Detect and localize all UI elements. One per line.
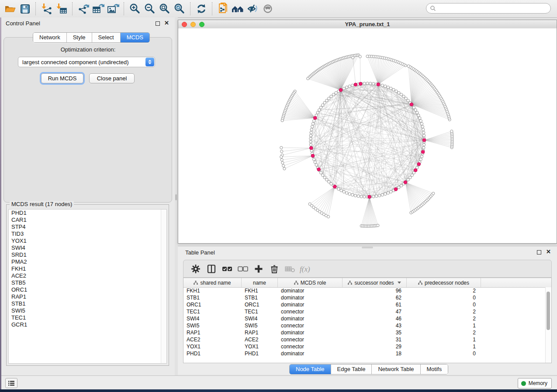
mcds-result-item[interactable]: STB1	[9, 300, 166, 307]
mcds-result-item[interactable]: PMA2	[9, 258, 166, 265]
mcds-result-item[interactable]: TEC1	[9, 314, 166, 321]
mcds-result-item[interactable]: GCR1	[9, 321, 166, 328]
zoom-fit-icon[interactable]	[157, 2, 172, 15]
cell-role: dominator	[278, 288, 343, 295]
cell-role: dominator	[278, 351, 343, 358]
show-graphics-details-icon[interactable]	[260, 2, 275, 15]
search-input[interactable]	[438, 5, 550, 12]
tab-edge-table[interactable]: Edge Table	[331, 364, 372, 374]
delete-table-icon[interactable]	[282, 262, 298, 275]
mcds-result-item[interactable]: SWI5	[9, 307, 166, 314]
hide-graphics-details-icon[interactable]	[246, 2, 260, 15]
horizontal-splitter-grip[interactable]	[362, 247, 373, 248]
table-scrollbar[interactable]	[545, 287, 551, 363]
table-row[interactable]: RAP1RAP1dominator352	[183, 330, 551, 337]
close-panel-icon[interactable]: ✕	[164, 20, 169, 27]
column-header-shared[interactable]: shared name	[183, 278, 242, 287]
float-table-panel-icon[interactable]	[537, 250, 541, 254]
table-row[interactable]: PHD1PHD1dominator180	[183, 351, 551, 358]
tab-motifs[interactable]: Motifs	[421, 364, 448, 374]
cell-succ: 47	[343, 309, 407, 316]
close-panel-button[interactable]: Close panel	[89, 73, 135, 83]
mcds-result-item[interactable]: STP4	[9, 224, 166, 230]
column-header-pred[interactable]: predecessor nodes	[407, 278, 481, 287]
table-row[interactable]: SWI5SWI5connector431	[183, 323, 551, 330]
mcds-result-item[interactable]: CAR1	[9, 217, 166, 224]
zoom-out-icon[interactable]	[142, 2, 157, 15]
export-network-icon[interactable]	[76, 2, 91, 15]
tab-network[interactable]: Network	[33, 33, 67, 42]
table-row[interactable]: STB1STB1dominator620	[183, 295, 551, 302]
tab-style[interactable]: Style	[67, 33, 92, 42]
import-table-icon[interactable]	[54, 2, 69, 15]
export-table-icon[interactable]	[91, 2, 106, 15]
mcds-result-item[interactable]: PHD1	[9, 210, 166, 217]
task-history-button[interactable]	[5, 378, 17, 388]
mcds-result-item[interactable]: SWI4	[9, 244, 166, 251]
cell-role: dominator	[278, 302, 343, 309]
table-row[interactable]: TEC1TEC1connector472	[183, 309, 551, 316]
network-window-title: YPA_prune.txt_1	[178, 21, 557, 28]
function-builder-icon[interactable]: f(x)	[298, 262, 314, 275]
table-scrollbar-thumb[interactable]	[547, 292, 550, 330]
refresh-icon[interactable]	[194, 2, 209, 15]
cell-name: ORC1	[242, 302, 278, 309]
table-row[interactable]: ACE2ACE2connector311	[183, 337, 551, 344]
optimization-criterion-label: Optimization criterion:	[1, 46, 175, 53]
mcds-result-item[interactable]: YOX1	[9, 237, 166, 244]
mcds-result-item[interactable]: TID3	[9, 230, 166, 237]
select-all-icon[interactable]	[219, 262, 235, 275]
run-mcds-button[interactable]: Run MCDS	[41, 73, 83, 83]
share-network-icon[interactable]	[216, 2, 231, 15]
save-session-icon[interactable]	[17, 2, 32, 15]
import-network-icon[interactable]	[39, 2, 54, 15]
toolbar-separator	[72, 2, 73, 15]
memory-button[interactable]: Memory	[518, 378, 552, 389]
mcds-result-item[interactable]: ORC1	[9, 286, 166, 293]
column-header-name[interactable]: name	[242, 278, 278, 287]
unselect-all-icon[interactable]	[235, 262, 251, 275]
node-table: shared namenameMCDS rolesuccessor nodesp…	[183, 278, 552, 363]
cell-name: ACE2	[242, 337, 278, 344]
zoom-selected-icon[interactable]	[172, 2, 187, 15]
table-row[interactable]: FKH1FKH1dominator962	[183, 288, 551, 295]
network-window-titlebar[interactable]: YPA_prune.txt_1	[178, 20, 557, 29]
table-row[interactable]: YOX1YOX1connector291	[183, 344, 551, 351]
column-header-succ[interactable]: successor nodes	[343, 278, 407, 287]
zoom-in-icon[interactable]	[128, 2, 142, 15]
control-panel-header: Control Panel ✕	[1, 17, 175, 30]
tab-select[interactable]: Select	[92, 33, 121, 42]
close-table-panel-icon[interactable]: ✕	[546, 248, 551, 255]
vertical-splitter[interactable]	[175, 17, 178, 375]
tab-mcds[interactable]: MCDS	[121, 33, 149, 42]
mcds-result-item[interactable]: RAP1	[9, 293, 166, 300]
cell-name: FKH1	[242, 288, 278, 295]
export-image-icon[interactable]	[106, 2, 121, 15]
mcds-result-item[interactable]: SRD1	[9, 251, 166, 258]
tab-node-table[interactable]: Node Table	[290, 364, 331, 374]
float-panel-icon[interactable]	[156, 21, 160, 26]
search-box[interactable]	[426, 3, 551, 14]
add-row-icon[interactable]	[251, 262, 266, 275]
tab-network-table[interactable]: Network Table	[372, 364, 420, 374]
table-row[interactable]: SWI4SWI4dominator462	[183, 316, 551, 323]
mcds-result-item[interactable]: STB5	[9, 279, 166, 286]
open-file-icon[interactable]	[3, 2, 17, 15]
cell-succ: 35	[343, 330, 407, 337]
cell-role: dominator	[278, 316, 343, 323]
table-body: FKH1FKH1dominator962STB1STB1dominator620…	[183, 288, 551, 358]
cell-succ: 18	[343, 351, 407, 358]
mcds-list-scrollbar[interactable]	[161, 210, 166, 363]
column-header-role[interactable]: MCDS role	[278, 278, 343, 287]
legend-creator-icon[interactable]	[231, 2, 246, 15]
mcds-result-item[interactable]: FKH1	[9, 265, 166, 272]
mcds-result-item[interactable]: ACE2	[9, 272, 166, 279]
delete-row-icon[interactable]	[266, 262, 282, 275]
show-column-icon[interactable]	[204, 262, 219, 275]
desktop-edge	[0, 17, 1, 389]
optimization-criterion-dropdown[interactable]: largest connected component (undirected)	[18, 57, 155, 67]
mcds-result-list[interactable]: PHD1CAR1STP4TID3YOX1SWI4SRD1PMA2FKH1ACE2…	[8, 209, 167, 364]
network-view-canvas[interactable]	[178, 28, 557, 243]
table-row[interactable]: ORC1ORC1dominator610	[183, 302, 551, 309]
table-settings-icon[interactable]	[188, 262, 204, 275]
